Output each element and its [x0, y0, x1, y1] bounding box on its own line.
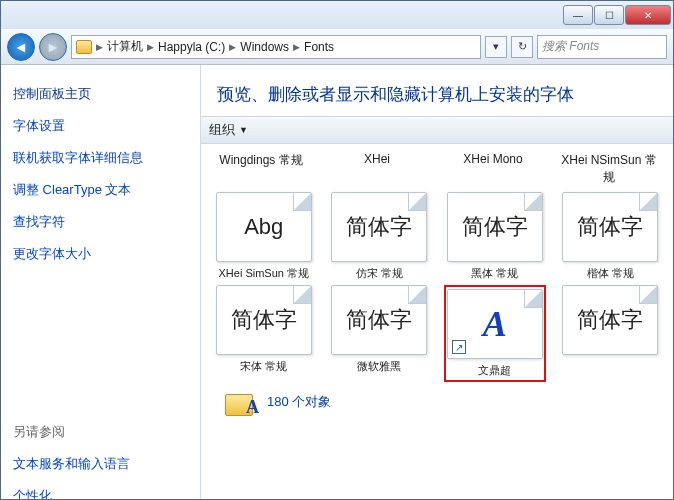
font-label: 楷体 常规 — [560, 266, 660, 281]
font-label: XHei — [329, 152, 425, 186]
chevron-right-icon: ▶ — [291, 42, 302, 52]
close-button[interactable]: ✕ — [625, 5, 671, 25]
page-corner-icon — [639, 193, 657, 211]
font-label: XHei NSimSun 常规 — [561, 152, 657, 186]
maximize-button[interactable]: ☐ — [594, 5, 624, 25]
font-item[interactable]: 简体字 微软雅黑 — [328, 285, 429, 374]
sidebar-link-font-settings[interactable]: 字体设置 — [13, 117, 188, 135]
font-row-labels: Wingdings 常规 XHei XHei Mono XHei NSimSun… — [213, 152, 661, 186]
sidebar-heading: 控制面板主页 — [13, 85, 188, 103]
font-sample: 简体字 — [577, 212, 643, 242]
page-corner-icon — [524, 193, 542, 211]
crumb-windows[interactable]: Windows — [240, 40, 289, 54]
page-corner-icon — [408, 286, 426, 304]
font-row: 简体字 宋体 常规 简体字 微软雅黑 A ↗ 文鼎超 — [213, 285, 661, 382]
chevron-down-icon: ▾ — [493, 40, 499, 53]
font-item[interactable]: Abg XHei SimSun 常规 — [213, 192, 315, 281]
chevron-right-icon: ▶ — [227, 42, 238, 52]
minimize-button[interactable]: — — [563, 5, 593, 25]
forward-button: ► — [39, 33, 67, 61]
page-corner-icon — [639, 286, 657, 304]
fonts-folder-icon: A — [225, 388, 257, 416]
refresh-button[interactable]: ↻ — [511, 36, 533, 58]
refresh-icon: ↻ — [518, 40, 527, 53]
font-label: XHei Mono — [445, 152, 541, 186]
sidebar: 控制面板主页 字体设置 联机获取字体详细信息 调整 ClearType 文本 查… — [1, 65, 201, 499]
font-item[interactable]: 简体字 楷体 常规 — [560, 192, 662, 281]
font-item[interactable]: 简体字 黑体 常规 — [444, 192, 546, 281]
search-input[interactable]: 搜索 Fonts — [537, 35, 667, 59]
sidebar-also-heading: 另请参阅 — [13, 423, 188, 441]
font-label: Wingdings 常规 — [213, 152, 309, 186]
main-pane: 预览、删除或者显示和隐藏计算机上安装的字体 组织 ▼ Wingdings 常规 … — [201, 65, 673, 499]
page-corner-icon — [293, 286, 311, 304]
crumb-fonts[interactable]: Fonts — [304, 40, 334, 54]
crumb-computer[interactable]: 计算机 — [107, 38, 143, 55]
chevron-right-icon: ▶ — [94, 42, 105, 52]
font-sample: 简体字 — [462, 212, 528, 242]
back-button[interactable]: ◄ — [7, 33, 35, 61]
status-bar: A 180 个对象 — [213, 386, 661, 418]
page-corner-icon — [408, 193, 426, 211]
font-sample: Abg — [244, 214, 283, 240]
font-label: 黑体 常规 — [445, 266, 545, 281]
font-shortcut-icon: A — [483, 303, 507, 345]
font-label: 微软雅黑 — [329, 359, 429, 374]
font-sample: 简体字 — [346, 212, 412, 242]
font-label: 宋体 常规 — [214, 359, 314, 374]
font-sample: 简体字 — [231, 305, 297, 335]
font-label: 仿宋 常规 — [329, 266, 429, 281]
chevron-down-icon[interactable]: ▼ — [239, 125, 248, 135]
path-dropdown[interactable]: ▾ — [485, 36, 507, 58]
sidebar-link-cleartype[interactable]: 调整 ClearType 文本 — [13, 181, 188, 199]
page-corner-icon — [293, 193, 311, 211]
chevron-right-icon: ▶ — [145, 42, 156, 52]
arrow-left-icon: ◄ — [14, 39, 28, 55]
font-sample: 简体字 — [346, 305, 412, 335]
organize-button[interactable]: 组织 — [209, 121, 235, 139]
page-corner-icon — [524, 290, 542, 308]
breadcrumb[interactable]: ▶ 计算机 ▶ Happyla (C:) ▶ Windows ▶ Fonts — [71, 35, 481, 59]
folder-icon — [76, 40, 92, 54]
navbar: ◄ ► ▶ 计算机 ▶ Happyla (C:) ▶ Windows ▶ Fon… — [1, 29, 673, 65]
font-row: Abg XHei SimSun 常规 简体字 仿宋 常规 简体字 黑体 常规 简… — [213, 192, 661, 281]
sidebar-link-personalization[interactable]: 个性化 — [13, 487, 188, 499]
crumb-drive[interactable]: Happyla (C:) — [158, 40, 225, 54]
page-title: 预览、删除或者显示和隐藏计算机上安装的字体 — [201, 65, 673, 116]
sidebar-link-change-font-size[interactable]: 更改字体大小 — [13, 245, 188, 263]
status-text: 180 个对象 — [267, 393, 331, 411]
font-item[interactable]: 简体字 — [560, 285, 661, 359]
toolbar: 组织 ▼ — [201, 116, 673, 144]
font-item[interactable]: 简体字 仿宋 常规 — [329, 192, 431, 281]
font-item[interactable]: 简体字 宋体 常规 — [213, 285, 314, 374]
font-item-highlighted[interactable]: A ↗ 文鼎超 — [444, 285, 546, 382]
font-label: XHei SimSun 常规 — [214, 266, 314, 281]
titlebar: — ☐ ✕ — [1, 1, 673, 29]
font-grid: Wingdings 常规 XHei XHei Mono XHei NSimSun… — [201, 144, 673, 499]
sidebar-link-get-fonts-online[interactable]: 联机获取字体详细信息 — [13, 149, 188, 167]
shortcut-arrow-icon: ↗ — [452, 340, 466, 354]
sidebar-link-find-character[interactable]: 查找字符 — [13, 213, 188, 231]
search-placeholder: 搜索 Fonts — [542, 38, 599, 55]
arrow-right-icon: ► — [46, 39, 60, 55]
font-sample: 简体字 — [577, 305, 643, 335]
font-label: 文鼎超 — [445, 363, 545, 378]
content: 控制面板主页 字体设置 联机获取字体详细信息 调整 ClearType 文本 查… — [1, 65, 673, 499]
window: — ☐ ✕ ◄ ► ▶ 计算机 ▶ Happyla (C:) ▶ Windows… — [0, 0, 674, 500]
sidebar-link-text-services[interactable]: 文本服务和输入语言 — [13, 455, 188, 473]
